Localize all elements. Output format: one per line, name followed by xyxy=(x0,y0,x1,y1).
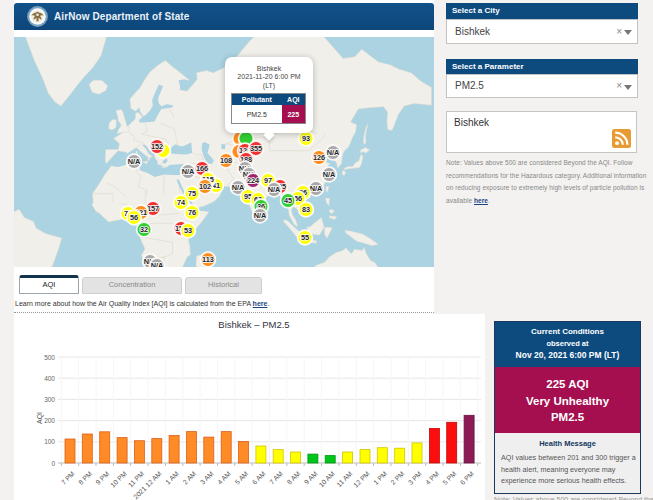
svg-text:126: 126 xyxy=(313,153,325,162)
svg-text:8 AM: 8 AM xyxy=(286,470,302,486)
svg-text:11 AM: 11 AM xyxy=(335,470,353,488)
svg-text:1 AM: 1 AM xyxy=(164,470,180,486)
svg-text:108: 108 xyxy=(220,156,232,165)
svg-text:N/A: N/A xyxy=(323,170,336,179)
svg-text:83: 83 xyxy=(302,205,310,214)
svg-text:300: 300 xyxy=(44,396,55,403)
svg-text:12 PM: 12 PM xyxy=(352,470,371,489)
svg-text:10 AM: 10 AM xyxy=(317,470,336,489)
svg-text:500: 500 xyxy=(44,354,55,361)
svg-text:6 AM: 6 AM xyxy=(251,470,267,486)
svg-text:55: 55 xyxy=(301,233,309,242)
svg-text:N/A: N/A xyxy=(128,157,141,166)
svg-text:2 PM: 2 PM xyxy=(389,470,405,486)
svg-text:7 PM: 7 PM xyxy=(60,470,76,486)
svg-text:AQI: AQI xyxy=(36,412,44,424)
svg-text:N/A: N/A xyxy=(310,184,323,193)
svg-text:400: 400 xyxy=(44,375,55,382)
svg-text:2 AM: 2 AM xyxy=(181,470,197,486)
svg-text:74: 74 xyxy=(177,198,186,207)
svg-text:10 PM: 10 PM xyxy=(109,470,128,489)
svg-text:5 PM: 5 PM xyxy=(441,470,457,486)
svg-text:102: 102 xyxy=(199,182,211,191)
svg-text:N/A: N/A xyxy=(182,167,195,176)
svg-text:113: 113 xyxy=(202,255,214,264)
svg-text:4 PM: 4 PM xyxy=(424,470,440,486)
svg-text:N/A: N/A xyxy=(151,261,164,267)
svg-text:5 AM: 5 AM xyxy=(233,470,249,486)
svg-text:56: 56 xyxy=(130,213,138,222)
svg-text:224: 224 xyxy=(247,176,260,185)
svg-text:93: 93 xyxy=(302,134,310,143)
svg-text:152: 152 xyxy=(151,142,163,151)
svg-text:6 PM: 6 PM xyxy=(459,470,475,486)
svg-text:8 PM: 8 PM xyxy=(77,470,93,486)
svg-text:76: 76 xyxy=(188,208,196,217)
svg-text:355: 355 xyxy=(250,144,262,153)
svg-text:45: 45 xyxy=(284,196,292,205)
svg-text:N/A: N/A xyxy=(268,185,281,194)
svg-text:3 AM: 3 AM xyxy=(199,470,215,486)
svg-text:100: 100 xyxy=(44,438,55,445)
svg-text:7 AM: 7 AM xyxy=(268,470,284,486)
svg-text:0: 0 xyxy=(51,460,55,467)
svg-text:1 PM: 1 PM xyxy=(372,470,388,486)
svg-text:N/A: N/A xyxy=(254,211,267,220)
svg-text:4 AM: 4 AM xyxy=(216,470,232,486)
svg-text:N/A: N/A xyxy=(327,148,340,157)
svg-text:32: 32 xyxy=(140,225,148,234)
svg-text:200: 200 xyxy=(44,417,55,424)
svg-text:Bishkek – PM2.5: Bishkek – PM2.5 xyxy=(218,319,289,330)
svg-text:3 PM: 3 PM xyxy=(407,470,423,486)
svg-text:75: 75 xyxy=(188,189,196,198)
svg-text:53: 53 xyxy=(184,226,192,235)
